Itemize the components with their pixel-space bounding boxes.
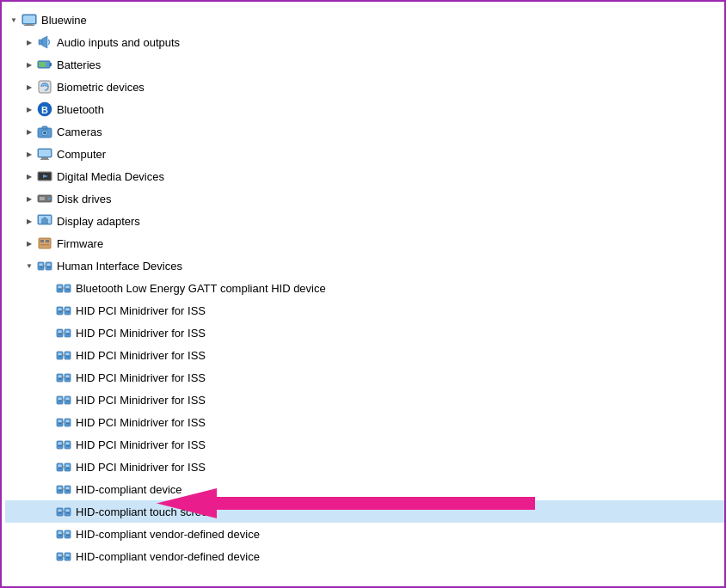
tree-item[interactable]: HID PCI Minidriver for ISS	[5, 389, 724, 411]
svg-rect-87	[57, 396, 63, 404]
svg-rect-118	[65, 463, 71, 471]
svg-rect-75	[66, 356, 68, 358]
svg-rect-149	[63, 534, 65, 535]
svg-rect-58	[68, 311, 70, 313]
expand-btn[interactable]	[22, 102, 36, 116]
svg-rect-137	[66, 510, 70, 512]
svg-rect-40	[49, 266, 51, 268]
tree-item[interactable]: Disk drives	[5, 187, 724, 210]
item-label: HID-compliant device	[76, 483, 182, 496]
tree-item[interactable]: HID PCI Minidriver for ISS	[5, 299, 724, 322]
expand-btn[interactable]	[22, 35, 36, 49]
svg-rect-53	[58, 311, 60, 313]
tree-item[interactable]: Display adapters	[5, 210, 724, 232]
svg-rect-64	[65, 329, 71, 337]
expand-btn[interactable]	[22, 125, 36, 138]
expand-btn[interactable]	[22, 192, 36, 205]
tree-item[interactable]: HID PCI Minidriver for ISS	[5, 433, 724, 456]
tree-item[interactable]: Human Interface Devices	[5, 254, 724, 277]
svg-rect-34	[40, 264, 43, 266]
svg-rect-52	[58, 309, 62, 311]
tree-item[interactable]: Firmware	[5, 232, 724, 254]
svg-rect-102	[66, 423, 68, 425]
svg-rect-3	[23, 15, 35, 23]
item-label: HID PCI Minidriver for ISS	[76, 304, 206, 317]
svg-rect-4	[39, 40, 42, 45]
svg-rect-136	[65, 508, 71, 516]
item-label: HID PCI Minidriver for ISS	[76, 349, 206, 362]
tree-item[interactable]: HID-compliant vendor-defined device	[5, 545, 724, 567]
item-label: HID PCI Minidriver for ISS	[76, 327, 206, 340]
item-label: Audio inputs and outputs	[57, 36, 180, 49]
svg-rect-42	[57, 285, 63, 292]
tree-item[interactable]: HID-compliant device	[5, 478, 724, 500]
item-label: HID-compliant vendor-defined device	[76, 528, 260, 541]
svg-rect-111	[66, 445, 68, 447]
svg-rect-106	[58, 443, 62, 445]
biometric-icon	[36, 78, 53, 95]
hid-icon	[55, 324, 72, 341]
tree-item[interactable]: HID PCI Minidriver for ISS	[5, 322, 724, 344]
tree-item[interactable]: Cameras	[5, 120, 724, 143]
expand-btn[interactable]	[22, 236, 36, 250]
svg-rect-114	[57, 463, 63, 471]
svg-rect-35	[40, 266, 41, 268]
svg-rect-43	[58, 286, 62, 289]
tree-item[interactable]: HID PCI Minidriver for ISS	[5, 456, 724, 478]
expand-btn[interactable]	[22, 259, 36, 273]
tree-item[interactable]: Batteries	[5, 53, 724, 76]
svg-rect-50	[63, 288, 65, 289]
expand-btn[interactable]	[22, 80, 36, 94]
svg-rect-123	[57, 486, 63, 493]
device-tree[interactable]: Bluewine Audio inputs and outputsBatteri…	[2, 2, 726, 588]
svg-rect-9	[39, 81, 51, 93]
svg-rect-121	[68, 468, 70, 469]
svg-rect-126	[60, 490, 62, 492]
tree-item[interactable]: HID PCI Minidriver for ISS	[5, 411, 724, 433]
svg-rect-108	[60, 445, 62, 447]
bluetooth-icon: B	[36, 101, 53, 118]
tree-item[interactable]: Bluetooth Low Energy GATT compliant HID …	[5, 277, 724, 299]
svg-rect-46	[65, 285, 71, 292]
svg-rect-90	[60, 401, 62, 402]
svg-rect-128	[66, 487, 70, 490]
item-label: HID-compliant vendor-defined device	[76, 550, 260, 563]
tree-item[interactable]: Computer	[5, 143, 724, 165]
tree-item[interactable]: Digital Media Devices	[5, 165, 724, 187]
svg-rect-145	[65, 530, 71, 538]
item-label: HID PCI Minidriver for ISS	[76, 461, 206, 474]
svg-rect-54	[60, 311, 62, 313]
expand-btn[interactable]	[22, 214, 36, 228]
svg-rect-105	[57, 441, 63, 449]
tree-root[interactable]: Bluewine	[5, 9, 724, 31]
item-label: Bluetooth	[57, 103, 104, 116]
expand-btn[interactable]	[22, 147, 36, 161]
svg-rect-37	[46, 262, 52, 270]
tree-item[interactable]: HID PCI Minidriver for ISS	[5, 366, 724, 389]
tree-item[interactable]: Audio inputs and outputs	[5, 31, 724, 53]
tree-item[interactable]: HID PCI Minidriver for ISS	[5, 344, 724, 366]
svg-rect-85	[68, 378, 70, 380]
tree-item[interactable]: HID-compliant touch screen	[5, 500, 724, 523]
svg-rect-135	[60, 512, 62, 514]
svg-rect-15	[42, 126, 47, 129]
tree-item[interactable]: Biometric devices	[5, 76, 724, 98]
hid-icon	[36, 257, 53, 274]
svg-rect-77	[63, 355, 65, 356]
svg-rect-44	[58, 289, 60, 291]
svg-rect-107	[58, 445, 60, 447]
tree-item[interactable]: HID-compliant vendor-defined device	[5, 523, 724, 545]
expand-btn[interactable]	[22, 169, 36, 183]
svg-rect-24	[40, 197, 45, 200]
svg-rect-101	[66, 420, 70, 423]
svg-rect-19	[40, 159, 49, 160]
svg-rect-36	[41, 266, 43, 268]
item-label: HID PCI Minidriver for ISS	[76, 394, 206, 407]
item-label: HID PCI Minidriver for ISS	[76, 416, 206, 429]
tree-item[interactable]: BBluetooth	[5, 98, 724, 120]
root-expand-btn[interactable]	[7, 13, 21, 27]
expand-btn[interactable]	[22, 58, 36, 71]
hid-icon	[55, 525, 72, 542]
svg-rect-18	[41, 157, 48, 159]
hid-icon	[55, 481, 72, 498]
